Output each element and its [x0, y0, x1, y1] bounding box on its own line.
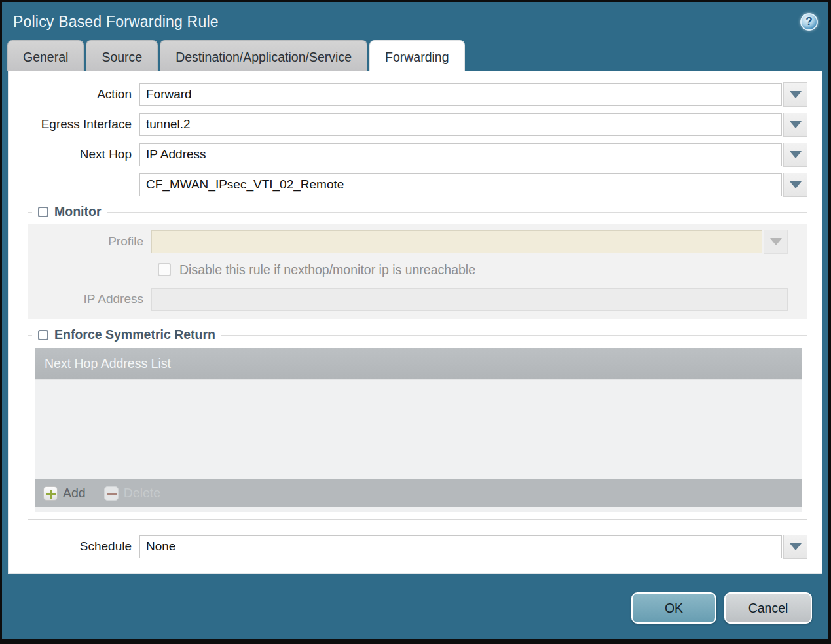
enforce-symmetric-return-title: Enforce Symmetric Return [54, 327, 215, 342]
egress-interface-label: Egress Interface [9, 117, 139, 132]
plus-icon [43, 486, 58, 501]
cancel-button[interactable]: Cancel [724, 592, 812, 624]
help-icon[interactable]: ? [800, 13, 818, 31]
action-label: Action [9, 87, 139, 101]
next-hop-address-row [9, 173, 807, 196]
ip-address-label: IP Address [28, 292, 151, 306]
enforce-symmetric-return-section: Enforce Symmetric Return Next Hop Addres… [28, 335, 807, 520]
monitor-section: Monitor Profile Disable this rule if nex… [28, 212, 807, 319]
dropdown-arrow-icon [790, 181, 802, 188]
action-input[interactable] [139, 83, 782, 106]
monitor-ip-address-row: IP Address [28, 287, 788, 311]
tab-source[interactable]: Source [86, 40, 158, 71]
tab-destination-application-service[interactable]: Destination/Application/Service [160, 40, 367, 71]
ip-address-input [151, 288, 788, 311]
dialog-title: Policy Based Forwarding Rule [13, 13, 219, 31]
monitor-body: Profile Disable this rule if nexthop/mon… [28, 224, 807, 319]
next-hop-address-list-table: Next Hop Address List Add Delete [35, 348, 802, 507]
dropdown-arrow-icon [790, 121, 802, 128]
next-hop-row: Next Hop [9, 143, 807, 166]
dialog-titlebar: Policy Based Forwarding Rule ? [2, 2, 828, 40]
dropdown-arrow-icon [790, 543, 802, 550]
next-hop-address-list-header[interactable]: Next Hop Address List [35, 348, 802, 379]
minus-icon [104, 486, 119, 501]
next-hop-type-dropdown-button[interactable] [783, 143, 807, 167]
schedule-input[interactable] [139, 535, 782, 558]
next-hop-address-dropdown-button[interactable] [783, 173, 807, 197]
action-row: Action [9, 82, 807, 106]
profile-dropdown-button [764, 230, 788, 254]
dialog-action-bar: OK Cancel [2, 574, 828, 624]
tab-forwarding[interactable]: Forwarding [369, 40, 465, 71]
egress-interface-row: Egress Interface [9, 113, 807, 136]
schedule-row: Schedule [9, 535, 807, 558]
delete-button: Delete [104, 486, 160, 501]
dropdown-arrow-icon [790, 91, 802, 98]
forwarding-tab-panel: Action Egress Interface Next Hop [8, 71, 822, 574]
schedule-label: Schedule [9, 539, 139, 554]
profile-label: Profile [28, 234, 151, 249]
egress-interface-dropdown-button[interactable] [783, 113, 807, 137]
next-hop-address-input[interactable] [139, 173, 782, 196]
table-bottom-strip [35, 507, 802, 512]
next-hop-address-list-body[interactable] [35, 379, 802, 479]
add-button-label: Add [63, 486, 86, 501]
next-hop-label: Next Hop [9, 147, 139, 162]
delete-button-label: Delete [124, 486, 160, 501]
monitor-profile-row: Profile [28, 230, 788, 253]
monitor-legend: Monitor [32, 204, 107, 219]
dropdown-arrow-icon [770, 238, 782, 245]
profile-input [151, 230, 762, 253]
enforce-symmetric-return-legend: Enforce Symmetric Return [32, 327, 221, 342]
add-button[interactable]: Add [43, 486, 86, 501]
monitor-section-title: Monitor [54, 204, 101, 219]
tab-strip: General Source Destination/Application/S… [2, 40, 828, 71]
enforce-symmetric-return-checkbox[interactable] [38, 330, 48, 340]
ok-button[interactable]: OK [631, 592, 716, 624]
next-hop-type-input[interactable] [139, 143, 782, 166]
dialog-frame: Policy Based Forwarding Rule ? General S… [0, 0, 831, 644]
policy-based-forwarding-dialog: Policy Based Forwarding Rule ? General S… [2, 2, 828, 639]
disable-rule-row: Disable this rule if nexthop/monitor ip … [158, 260, 807, 279]
action-dropdown-button[interactable] [783, 82, 807, 107]
egress-interface-input[interactable] [139, 113, 782, 136]
monitor-checkbox[interactable] [38, 207, 48, 217]
tab-general[interactable]: General [7, 40, 84, 71]
disable-rule-checkbox [158, 263, 171, 276]
next-hop-address-list-toolbar: Add Delete [35, 479, 802, 507]
dropdown-arrow-icon [790, 151, 802, 158]
schedule-dropdown-button[interactable] [783, 535, 807, 559]
disable-rule-label: Disable this rule if nexthop/monitor ip … [179, 262, 475, 277]
